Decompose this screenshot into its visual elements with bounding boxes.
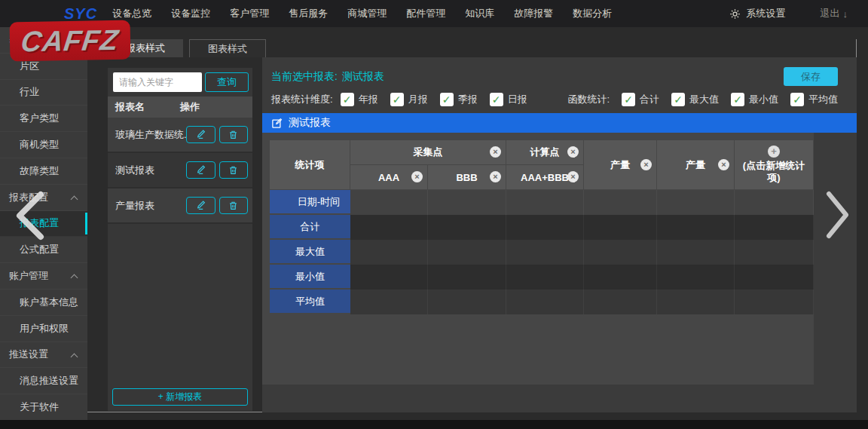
report-list-row[interactable]: 产量报表 <box>108 188 252 224</box>
remove-column-icon[interactable]: × <box>640 159 652 170</box>
nav-item[interactable]: 商城管理 <box>347 7 387 20</box>
dimension-checkbox-item[interactable]: ✓季报 <box>440 93 478 106</box>
sidebar-item-label: 关于软件 <box>20 400 59 414</box>
edit-report-button[interactable] <box>186 126 215 143</box>
table-cell <box>428 215 506 240</box>
save-button[interactable]: 保存 <box>784 67 838 86</box>
function-label: 函数统计: <box>567 93 610 106</box>
pencil-icon <box>196 130 206 139</box>
function-checkbox-group: ✓合计✓最大值✓最小值✓平均值 <box>622 93 838 106</box>
edit-report-button[interactable] <box>186 197 215 214</box>
sidebar-item[interactable]: 商机类型 <box>0 132 87 158</box>
pencil-icon <box>196 165 206 175</box>
sidebar-item[interactable]: 用户和权限 <box>0 316 87 342</box>
query-button[interactable]: 查询 <box>205 72 249 92</box>
report-list-row[interactable]: 玻璃生产数据统... <box>108 118 252 153</box>
remove-column-icon[interactable]: × <box>490 146 501 158</box>
sidebar-item[interactable]: 客户类型 <box>0 106 87 132</box>
table-cell <box>428 240 506 265</box>
checkbox-checked[interactable]: ✓ <box>671 93 685 106</box>
nav-item[interactable]: 设备监控 <box>171 7 210 20</box>
sidebar-item[interactable]: 行业 <box>0 80 87 106</box>
table-cell <box>657 190 735 215</box>
report-title: 测试报表 <box>289 116 331 130</box>
checkbox-checked[interactable]: ✓ <box>790 93 804 106</box>
table-cell <box>584 240 657 265</box>
dimension-checkbox-item[interactable]: ✓年报 <box>341 93 378 106</box>
checkbox-checked[interactable]: ✓ <box>490 93 503 106</box>
nav-item[interactable]: 售后服务 <box>289 7 328 20</box>
table-cell <box>584 190 657 215</box>
remove-column-icon[interactable]: × <box>567 146 579 158</box>
tab-inactive[interactable]: 图表样式 <box>189 39 266 57</box>
nav-item[interactable]: 设备总览 <box>112 7 151 20</box>
sidebar-item[interactable]: 故障类型 <box>0 158 87 185</box>
delete-report-button[interactable] <box>219 126 249 143</box>
row-label: 合计 <box>270 215 350 240</box>
remove-column-icon[interactable]: × <box>490 171 501 182</box>
row-label: 平均值 <box>270 290 350 314</box>
checkbox-checked[interactable]: ✓ <box>341 93 354 106</box>
bottom-bar <box>0 420 868 429</box>
delete-report-button[interactable] <box>219 161 249 179</box>
logout-button[interactable]: 退出 ↓ <box>821 7 848 20</box>
checkbox-checked[interactable]: ✓ <box>440 93 454 106</box>
edit-report-icon[interactable] <box>271 118 283 129</box>
search-input[interactable] <box>113 72 202 92</box>
checkbox-checked[interactable]: ✓ <box>622 93 635 106</box>
nav-menu: 设备总览设备监控客户管理售后服务商城管理配件管理知识库故障报警数据分析 <box>112 7 612 20</box>
nav-item[interactable]: 故障报警 <box>514 7 553 20</box>
table-cell <box>735 265 814 290</box>
row-label: 最小值 <box>270 265 350 290</box>
brand-logo: SYC <box>64 5 97 23</box>
trash-icon <box>228 201 238 210</box>
table-cell <box>506 265 584 290</box>
report-name: 测试报表 <box>108 164 186 177</box>
sidebar-item[interactable]: 账户管理 <box>0 263 87 290</box>
table-cell <box>584 215 657 240</box>
remove-column-icon[interactable]: × <box>411 171 423 182</box>
chevron-up-icon <box>71 274 78 282</box>
sidebar-item[interactable]: 推送设置 <box>0 342 87 369</box>
table-cell <box>428 265 506 290</box>
checkbox-checked[interactable]: ✓ <box>390 93 404 106</box>
nav-item[interactable]: 知识库 <box>465 7 494 20</box>
logout-label: 退出 <box>821 7 840 20</box>
chevron-up-icon <box>71 195 78 203</box>
function-checkbox-item[interactable]: ✓最小值 <box>731 93 778 106</box>
checkbox-checked[interactable]: ✓ <box>731 93 744 106</box>
remove-column-icon[interactable]: × <box>718 159 729 170</box>
nav-item[interactable]: 数据分析 <box>573 7 612 20</box>
function-checkbox-item[interactable]: ✓平均值 <box>790 93 838 106</box>
table-cell <box>584 265 657 290</box>
sidebar-item[interactable]: 关于软件 <box>0 394 87 421</box>
sidebar-item[interactable]: 账户基本信息 <box>0 290 87 316</box>
report-title-bar: 测试报表 <box>262 113 857 133</box>
remove-column-icon[interactable]: × <box>567 171 579 182</box>
table-cell <box>735 240 814 265</box>
system-settings-button[interactable]: 系统设置 <box>747 7 786 20</box>
previous-arrow[interactable] <box>12 190 47 244</box>
add-report-button[interactable]: + 新增报表 <box>112 388 248 406</box>
selected-report-label: 当前选中报表: <box>271 70 338 84</box>
plus-icon[interactable]: + <box>768 146 780 158</box>
dimension-checkbox-label: 年报 <box>359 93 378 106</box>
function-checkbox-item[interactable]: ✓最大值 <box>671 93 719 106</box>
sidebar-item-label: 客户类型 <box>20 112 59 125</box>
nav-item[interactable]: 配件管理 <box>406 7 445 20</box>
sidebar-item[interactable]: 消息推送设置 <box>0 368 87 394</box>
table-cell <box>506 240 584 265</box>
edit-report-button[interactable] <box>186 161 215 179</box>
dimension-checkbox-item[interactable]: ✓月报 <box>390 93 428 106</box>
column-label: 产量 <box>610 159 630 170</box>
nav-item[interactable]: 客户管理 <box>230 7 269 20</box>
dimension-checkbox-item[interactable]: ✓日报 <box>490 93 527 106</box>
selected-report-value: 测试报表 <box>342 70 384 84</box>
delete-report-button[interactable] <box>219 197 249 214</box>
function-checkbox-item[interactable]: ✓合计 <box>622 93 659 106</box>
next-arrow[interactable] <box>823 188 851 244</box>
report-list-row[interactable]: 测试报表 <box>108 153 252 188</box>
watermark-logo: CAFFZ <box>10 20 131 62</box>
table-cell <box>350 190 428 215</box>
add-column-header[interactable]: +(点击新增统计项) <box>735 140 814 190</box>
